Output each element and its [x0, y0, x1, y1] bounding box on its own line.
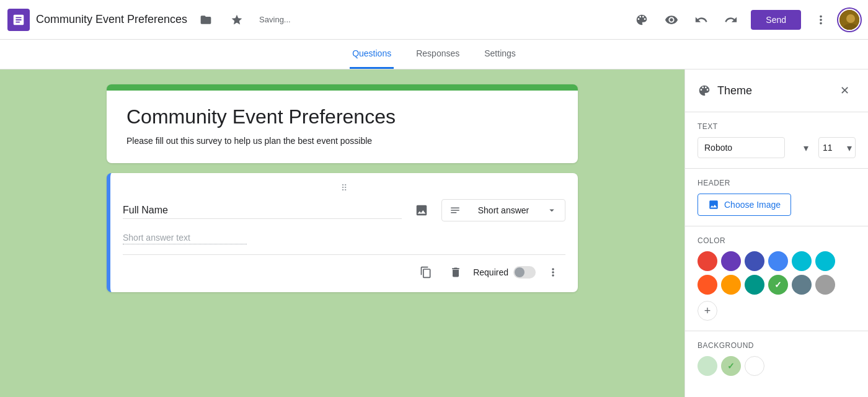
- star-icon: [231, 14, 243, 26]
- eye-icon: [665, 13, 678, 27]
- text-section-label: Text: [698, 122, 856, 131]
- required-toggle[interactable]: [513, 266, 536, 279]
- color-red[interactable]: [698, 251, 717, 271]
- svg-point-1: [846, 14, 855, 23]
- undo-icon: [694, 13, 708, 27]
- answer-type-label: Short answer: [478, 205, 529, 215]
- image-add-icon: [708, 199, 719, 210]
- topbar-left: Community Event Preferences Saving...: [7, 7, 629, 32]
- topbar: Community Event Preferences Saving... Se…: [0, 0, 868, 40]
- font-size-select[interactable]: 11 12 14 16: [818, 137, 856, 158]
- theme-title-row: Theme: [698, 84, 752, 97]
- background-section-label: Background: [698, 341, 856, 350]
- color-section-label: Color: [698, 236, 856, 245]
- background-section: Background: [685, 331, 868, 386]
- bg-green[interactable]: [721, 356, 741, 376]
- more-question-options-button[interactable]: [541, 260, 565, 285]
- saving-status: Saving...: [259, 15, 291, 24]
- color-orange[interactable]: [721, 275, 741, 295]
- color-grey[interactable]: [815, 275, 835, 295]
- send-button[interactable]: Send: [751, 10, 801, 30]
- more-options-button[interactable]: [808, 7, 833, 32]
- short-answer-preview: Short answer text: [123, 233, 247, 244]
- color-blue[interactable]: [768, 251, 788, 271]
- redo-button[interactable]: [719, 7, 743, 32]
- question-input[interactable]: [123, 202, 402, 219]
- image-icon: [415, 203, 428, 217]
- color-add-row: +: [698, 301, 856, 321]
- copy-icon: [420, 266, 432, 279]
- header-section: Header Choose Image: [685, 169, 868, 226]
- user-avatar[interactable]: [838, 9, 861, 31]
- font-row: Roboto Arial Times New Roman 11 12 14 16: [698, 137, 856, 158]
- main-layout: Community Event Preferences Please fill …: [0, 69, 868, 397]
- theme-panel-title: Theme: [717, 84, 752, 97]
- form-title: Community Event Preferences: [126, 105, 558, 128]
- folder-icon: [200, 14, 212, 26]
- avatar-image: [839, 10, 861, 31]
- form-area: Community Event Preferences Please fill …: [0, 69, 684, 397]
- font-select[interactable]: Roboto Arial Times New Roman: [698, 137, 785, 158]
- color-teal[interactable]: [745, 275, 764, 295]
- theme-panel-close-button[interactable]: ✕: [833, 79, 856, 102]
- choose-image-button[interactable]: Choose Image: [698, 194, 791, 216]
- choose-image-label: Choose Image: [724, 200, 781, 210]
- theme-header: Theme ✕: [685, 69, 868, 112]
- duplicate-button[interactable]: [414, 260, 438, 285]
- color-grid: [698, 251, 856, 295]
- answer-type-select[interactable]: Short answer: [441, 199, 565, 221]
- add-image-button[interactable]: [409, 198, 434, 223]
- forms-icon: [12, 13, 25, 27]
- color-add-button[interactable]: +: [698, 301, 717, 321]
- color-purple[interactable]: [721, 251, 741, 271]
- chevron-down-icon: [546, 205, 557, 216]
- color-indigo[interactable]: [745, 251, 764, 271]
- size-select-wrap: 11 12 14 16: [818, 137, 856, 158]
- document-title: Community Event Preferences: [36, 13, 187, 26]
- star-button[interactable]: [224, 7, 249, 32]
- form-header-card: Community Event Preferences Please fill …: [107, 84, 578, 163]
- header-section-label: Header: [698, 179, 856, 187]
- theme-palette-icon: [698, 84, 711, 97]
- question-row: Short answer: [123, 198, 565, 223]
- question-footer: Required: [123, 254, 565, 287]
- question-card: ⠿ Short answer Short answer text: [107, 173, 578, 292]
- app-icon: [7, 9, 30, 31]
- color-section: Color: [685, 226, 868, 331]
- tabs-bar: Questions Responses Settings: [0, 40, 868, 69]
- more-vert-question-icon: [547, 266, 559, 279]
- topbar-actions: Send: [629, 7, 861, 32]
- font-select-wrap: Roboto Arial Times New Roman: [698, 137, 813, 158]
- text-section: Text Roboto Arial Times New Roman 11 12 …: [685, 112, 868, 169]
- color-cyan[interactable]: [815, 251, 835, 271]
- delete-button[interactable]: [443, 260, 468, 285]
- folder-button[interactable]: [193, 7, 218, 32]
- background-row: [698, 356, 856, 376]
- tab-responses[interactable]: Responses: [414, 40, 462, 69]
- undo-button[interactable]: [689, 7, 714, 32]
- short-answer-icon: [450, 205, 461, 216]
- redo-icon: [724, 13, 738, 27]
- required-label: Required: [473, 267, 508, 277]
- palette-icon: [635, 13, 649, 27]
- tab-questions[interactable]: Questions: [350, 40, 394, 69]
- tab-settings[interactable]: Settings: [482, 40, 518, 69]
- trash-icon: [450, 266, 462, 279]
- color-row-1: [698, 251, 856, 271]
- palette-button[interactable]: [629, 7, 654, 32]
- color-orange-deep[interactable]: [698, 275, 717, 295]
- color-light-blue[interactable]: [792, 251, 812, 271]
- form-description: Please fill out this survey to help us p…: [126, 136, 558, 146]
- preview-button[interactable]: [659, 7, 684, 32]
- color-green[interactable]: [768, 275, 788, 295]
- color-bluegrey[interactable]: [792, 275, 812, 295]
- theme-panel: Theme ✕ Text Roboto Arial Times New Roma…: [684, 69, 868, 397]
- more-vert-icon: [814, 13, 828, 27]
- bg-white[interactable]: [745, 356, 764, 376]
- bg-light-green[interactable]: [698, 356, 717, 376]
- drag-handle[interactable]: ⠿: [123, 183, 565, 193]
- color-row-2: [698, 275, 856, 295]
